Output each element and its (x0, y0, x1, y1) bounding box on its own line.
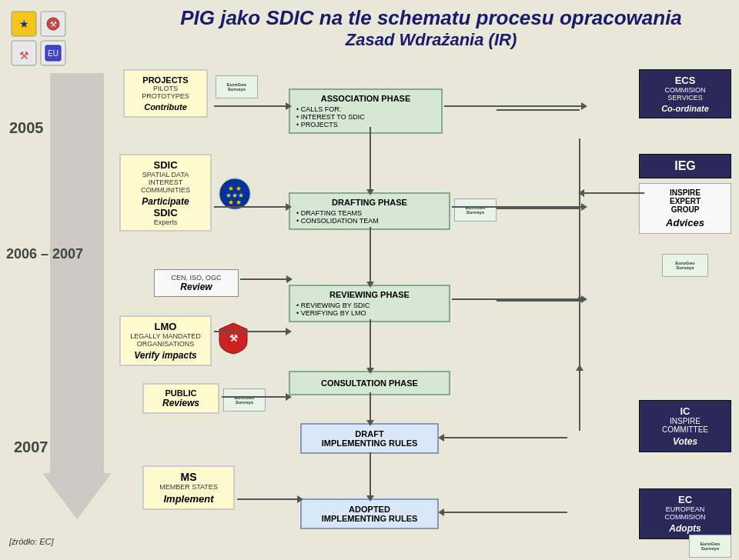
drafting-item2: CONSOLIDATION TEAM (296, 217, 443, 225)
svg-text:EU: EU (48, 49, 59, 58)
projects-line3: PROTOTYPES (131, 92, 200, 100)
ms-title: MS (150, 471, 227, 483)
ic-line3: COMMITTEE (646, 425, 724, 434)
lmo-title: LMO (127, 321, 204, 332)
cen-line1: CEN, ISO, OGC (161, 274, 232, 282)
ec-box: EC EUROPEAN COMMISION Adopts (639, 488, 731, 539)
sdic-line2: SPATIAL DATA (127, 171, 204, 178)
egs-logo-3: EuroGeoSurveys (454, 198, 497, 222)
association-item1: CALLS FOR: (296, 105, 435, 113)
draft-rules-box: DRAFT IMPLEMENTING RULES (300, 423, 439, 454)
drafting-title: DRAFTING PHASE (296, 198, 443, 207)
ic-box: IC INSPIRE COMMITTEE Votes (639, 400, 731, 452)
projects-box: PROJECTS PILOTS PROTOTYPES Contribute (123, 69, 208, 118)
cen-review: Review (161, 282, 232, 292)
svg-text:⚒: ⚒ (229, 333, 238, 344)
arrow-consult-to-draft-rules (370, 392, 371, 422)
projects-title: PROJECTS (131, 75, 200, 85)
arrow-assoc-to-draft (370, 127, 371, 191)
arrow-draft-rules-to-adopted (370, 452, 371, 497)
ic-line2: INSPIRE (646, 417, 724, 425)
arrow-review-to-consult (370, 319, 371, 369)
arrow-ms-to-adopted (237, 498, 299, 500)
arrow-draft-to-review (370, 227, 371, 283)
svg-text:⚒: ⚒ (50, 20, 57, 28)
egs-logo-1: EuroGeoSurveys (216, 75, 258, 98)
egs-logo-2: EuroGeoSurveys (223, 388, 266, 412)
ic-line1: IC (646, 405, 724, 417)
ecs-line1: ECS (646, 75, 724, 86)
consultation-title: CONSULTATION PHASE (321, 378, 418, 388)
lmo-shield-logo: ⚒ (218, 322, 249, 355)
page-container: PIG jako SDIC na tle schematu procesu op… (0, 0, 739, 560)
public-box: PUBLIC Reviews (142, 383, 219, 414)
arrow-ec-to-adopted (443, 512, 567, 513)
arrow-cen-to-reviewing (240, 278, 288, 280)
inspire-expert-line1: INSPIRE (646, 188, 724, 197)
arrow-right-up-review (579, 300, 580, 369)
adopted-rules-line1: ADOPTED (306, 505, 433, 514)
arrow-lmo-to-reviewing (214, 331, 287, 332)
drafting-phase-box: DRAFTING PHASE DRAFTING TEAMS CONSOLIDAT… (289, 192, 450, 230)
inspire-expert-box: INSPIRE EXPERT GROUP Advices (639, 183, 731, 234)
right-h-line-top (497, 109, 580, 111)
association-item3: PROJECTS (296, 121, 435, 128)
ec-adopts: Adopts (646, 523, 724, 534)
title-line2: Zasad Wdrażania (IR) (131, 30, 731, 50)
ms-member-states: MEMBER STATES (150, 483, 227, 491)
ieg-box: IEG (639, 154, 731, 178)
reviewing-item1: REVIEWING BY SDIC (296, 302, 443, 309)
year-2006-2007: 2006 – 2007 (6, 246, 83, 262)
reviewing-item2: VERIFYING BY LMO (296, 309, 443, 317)
cen-box: CEN, ISO, OGC Review (154, 269, 239, 297)
arrow-public-to-consult (222, 396, 287, 398)
ecs-box: ECS COMMISION SERVICES Co-ordinate (639, 69, 731, 118)
right-h-line-mid (497, 208, 580, 209)
inspire-expert-line2: EXPERT (646, 197, 724, 205)
adopted-rules-line2: IMPLEMENTING RULES (306, 514, 433, 523)
adopted-rules-box: ADOPTED IMPLEMENTING RULES (300, 498, 439, 529)
reviewing-phase-box: REVIEWING PHASE REVIEWING BY SDIC VERIFY… (289, 285, 450, 322)
sdic-participate: Participate (127, 196, 204, 207)
ms-box: MS MEMBER STATES Implement (142, 465, 235, 510)
svg-text:★ ★: ★ ★ (228, 198, 242, 206)
ecs-coordinate: Co-ordinate (646, 104, 724, 113)
ec-line1: EC (646, 494, 724, 505)
arrow-right-up-1 (579, 369, 580, 431)
association-item2: INTEREST TO SDIC (296, 113, 435, 121)
sdic-experts: Experts (127, 218, 204, 226)
arrow-projects-to-association (214, 105, 287, 107)
lmo-verify: Verify impacts (127, 350, 204, 361)
projects-contribute: Contribute (131, 102, 200, 112)
year-2005: 2005 (9, 119, 44, 137)
egs-logo-right: EuroGeoSurveys (639, 254, 731, 277)
ec-line3: COMMISION (646, 513, 724, 521)
svg-text:★ ★: ★ ★ (228, 185, 242, 192)
lmo-box: LMO LEGALLY MANDATED ORGANISATIONS Verif… (119, 315, 212, 366)
sdic-line3: INTEREST (127, 178, 204, 186)
ieg-title: IEG (646, 159, 724, 173)
source-label: [źródło: EC] (9, 537, 53, 546)
arrow-ieg-to-drafting (583, 192, 644, 194)
sdic-sdic: SDIC (127, 207, 204, 218)
public-title: PUBLIC (150, 388, 212, 398)
association-title: ASSOCIATION PHASE (296, 94, 435, 103)
ecs-line3: SERVICES (646, 94, 724, 102)
draft-rules-line1: DRAFT (306, 429, 433, 438)
lmo-line3: ORGANISATIONS (127, 340, 204, 348)
draft-rules-line2: IMPLEMENTING RULES (306, 438, 433, 448)
sdic-box: SDIC SPATIAL DATA INTEREST COMMUNITIES P… (119, 154, 212, 232)
association-phase-box: ASSOCIATION PHASE CALLS FOR: INTEREST TO… (289, 88, 443, 134)
arrow-sdic-to-drafting (214, 206, 287, 208)
svg-text:⚒: ⚒ (19, 49, 29, 62)
arrow-ic-to-draft-rules (443, 437, 567, 438)
ecs-line2: COMMISION (646, 86, 724, 94)
drafting-item1: DRAFTING TEAMS (296, 209, 443, 217)
inspire-expert-line3: GROUP (646, 205, 724, 214)
ec-line2: EUROPEAN (646, 505, 724, 513)
projects-line2: PILOTS (131, 85, 200, 92)
inspire-expert-advices: Advices (646, 217, 724, 228)
ec-egs-logo: EuroGeoSurveys (689, 535, 731, 558)
puzzle-logo: ★ ⚒ ⚒ EU (8, 8, 69, 69)
big-arrow (42, 73, 112, 519)
